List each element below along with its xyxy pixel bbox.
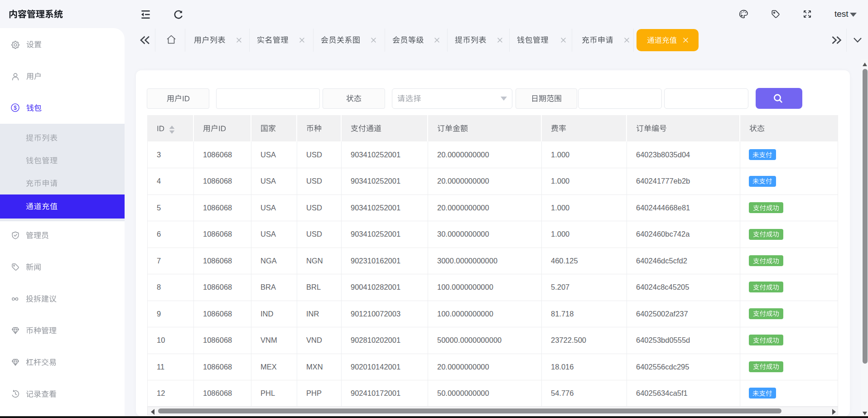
svg-text:$: $: [14, 105, 17, 111]
